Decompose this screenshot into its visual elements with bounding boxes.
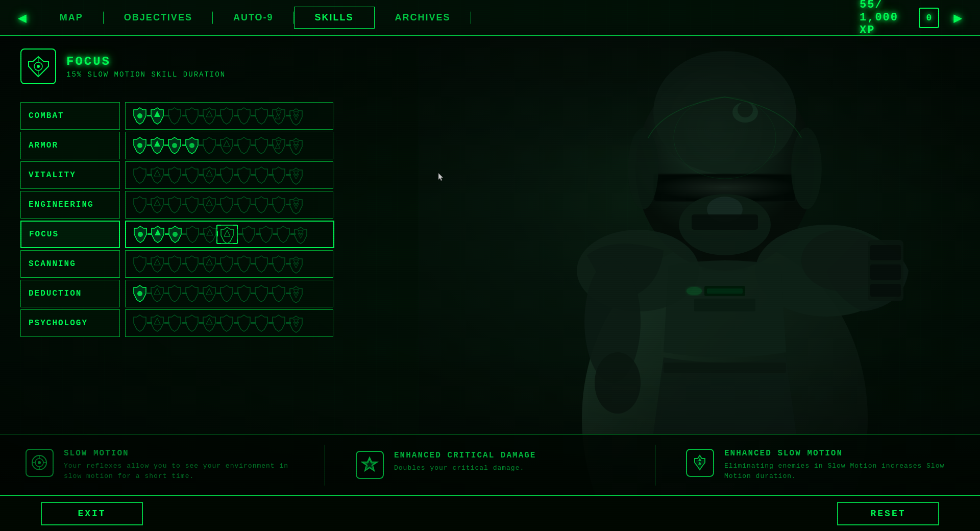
svg-marker-203 bbox=[186, 285, 198, 302]
svg-marker-172 bbox=[134, 256, 146, 272]
svg-marker-98 bbox=[206, 170, 212, 176]
svg-marker-186 bbox=[238, 256, 250, 272]
svg-marker-75 bbox=[224, 140, 230, 147]
svg-point-67 bbox=[172, 143, 177, 148]
svg-point-31 bbox=[37, 65, 40, 68]
skill-row-psychology[interactable]: PSYCHOLOGY bbox=[20, 309, 347, 337]
svg-marker-163 bbox=[242, 226, 255, 243]
skill-row-focus[interactable]: FOCUS bbox=[20, 221, 347, 248]
main-content: FOCUS 15% SLOW MOTION SKILL DURATION COM… bbox=[0, 36, 980, 495]
svg-marker-111 bbox=[134, 197, 146, 213]
skill-row-deduction[interactable]: DEDUCTION bbox=[20, 280, 347, 307]
skill-label-psychology: PSYCHOLOGY bbox=[20, 309, 120, 337]
svg-rect-17 bbox=[707, 288, 743, 294]
skill-desc-critical: ENHANCED CRITICAL DAMAGE Doubles your cr… bbox=[356, 451, 624, 479]
skill-label-armor: ARMOR bbox=[20, 132, 120, 159]
svg-marker-222 bbox=[154, 318, 160, 324]
svg-marker-212 bbox=[255, 285, 267, 302]
focus-title: FOCUS bbox=[66, 55, 226, 68]
reset-button[interactable]: RESET bbox=[837, 502, 939, 525]
svg-rect-26 bbox=[870, 284, 901, 297]
next-arrow[interactable]: ▶ bbox=[946, 9, 970, 27]
tab-archives[interactable]: ARCHIVES bbox=[375, 7, 471, 28]
bottom-action-bar: EXIT RESET bbox=[0, 495, 980, 531]
skill-label-scanning: SCANNING bbox=[20, 250, 120, 278]
svg-point-141 bbox=[173, 232, 178, 237]
svg-marker-165 bbox=[260, 226, 272, 243]
xp-display: 55/ 1,000 XP bbox=[860, 0, 898, 37]
svg-marker-210 bbox=[238, 285, 250, 302]
svg-marker-127 bbox=[255, 197, 267, 213]
svg-rect-24 bbox=[870, 245, 901, 260]
skill-label-vitality: VITALITY bbox=[20, 161, 120, 189]
svg-marker-45 bbox=[206, 111, 212, 117]
svg-rect-25 bbox=[870, 264, 901, 280]
skill-label-deduction: DEDUCTION bbox=[20, 280, 120, 307]
tab-objectives[interactable]: OBJECTIVES bbox=[104, 7, 213, 28]
skill-row-armor[interactable]: ARMOR bbox=[20, 132, 347, 159]
svg-marker-93 bbox=[168, 167, 181, 183]
svg-marker-88 bbox=[134, 167, 146, 183]
prev-arrow[interactable]: ◀ bbox=[10, 9, 34, 27]
svg-marker-177 bbox=[168, 256, 181, 272]
svg-marker-167 bbox=[277, 226, 289, 243]
critical-title: ENHANCED CRITICAL DAMAGE bbox=[394, 451, 624, 460]
svg-point-70 bbox=[189, 143, 194, 148]
tab-auto9[interactable]: AUTO-9 bbox=[213, 7, 294, 28]
svg-marker-184 bbox=[220, 256, 233, 272]
svg-marker-47 bbox=[220, 108, 233, 124]
svg-rect-13 bbox=[692, 214, 758, 230]
svg-marker-40 bbox=[168, 108, 181, 124]
top-navigation: ◀ MAP OBJECTIVES AUTO-9 SKILLS ARCHIVES … bbox=[0, 0, 980, 36]
skill-nodes-armor bbox=[125, 132, 333, 159]
svg-marker-229 bbox=[206, 318, 212, 324]
svg-marker-201 bbox=[168, 285, 181, 302]
xp-badge: 0 bbox=[919, 8, 939, 28]
svg-marker-116 bbox=[168, 197, 181, 213]
skill-nodes-vitality bbox=[125, 161, 333, 189]
skill-row-scanning[interactable]: SCANNING bbox=[20, 250, 347, 278]
enhanced-slow-body: Eliminating enemies in Slow Motion incre… bbox=[724, 461, 954, 481]
svg-rect-27 bbox=[664, 363, 786, 373]
focus-header: FOCUS 15% SLOW MOTION SKILL DURATION bbox=[20, 46, 347, 87]
svg-point-20 bbox=[595, 352, 641, 414]
skill-nodes-deduction bbox=[125, 280, 333, 307]
svg-marker-182 bbox=[206, 259, 212, 265]
svg-marker-219 bbox=[134, 315, 146, 331]
svg-marker-199 bbox=[154, 288, 160, 295]
skills-list: COMBAT bbox=[20, 102, 347, 337]
svg-marker-226 bbox=[186, 315, 198, 331]
svg-marker-42 bbox=[186, 108, 198, 124]
svg-point-21 bbox=[687, 287, 702, 295]
svg-point-61 bbox=[137, 143, 142, 148]
svg-marker-206 bbox=[206, 288, 212, 295]
svg-marker-237 bbox=[273, 315, 285, 331]
focus-info: FOCUS 15% SLOW MOTION SKILL DURATION bbox=[66, 55, 226, 79]
svg-marker-214 bbox=[273, 285, 285, 302]
tab-skills[interactable]: SKILLS bbox=[294, 7, 375, 29]
svg-marker-123 bbox=[220, 197, 233, 213]
svg-point-196 bbox=[137, 291, 142, 296]
svg-marker-114 bbox=[154, 200, 160, 206]
skill-row-combat[interactable]: COMBAT bbox=[20, 102, 347, 130]
exit-button[interactable]: EXIT bbox=[41, 502, 143, 525]
skill-row-vitality[interactable]: VITALITY bbox=[20, 161, 347, 189]
enhanced-slow-title: ENHANCED SLOW MOTION bbox=[724, 449, 954, 458]
focus-skill-icon bbox=[20, 49, 56, 84]
character-area bbox=[368, 36, 980, 495]
svg-marker-146 bbox=[207, 229, 213, 235]
skill-nodes-scanning bbox=[125, 250, 333, 278]
svg-marker-77 bbox=[238, 137, 250, 154]
tab-map[interactable]: MAP bbox=[39, 7, 104, 28]
svg-marker-51 bbox=[255, 108, 267, 124]
skill-row-engineering[interactable]: ENGINEERING bbox=[20, 191, 347, 219]
svg-point-8 bbox=[791, 128, 822, 209]
svg-marker-102 bbox=[238, 167, 250, 183]
skill-label-focus: FOCUS bbox=[20, 221, 120, 248]
left-panel: FOCUS 15% SLOW MOTION SKILL DURATION COM… bbox=[0, 36, 368, 495]
skill-nodes-focus bbox=[125, 221, 334, 248]
enhanced-slow-motion-icon bbox=[686, 449, 714, 477]
svg-marker-231 bbox=[220, 315, 233, 331]
svg-point-7 bbox=[628, 128, 658, 209]
svg-marker-224 bbox=[168, 315, 181, 331]
